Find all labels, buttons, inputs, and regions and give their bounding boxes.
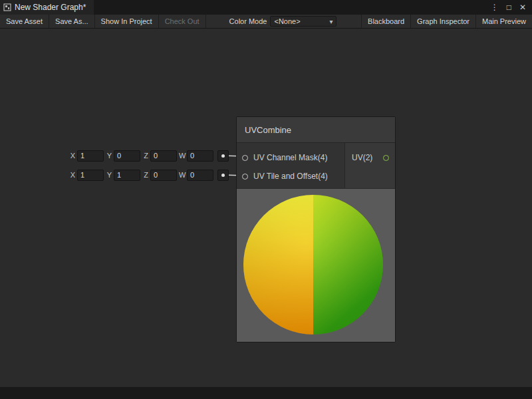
node-inputs: UV Channel Mask(4) UV Tile and Offset(4) (237, 143, 345, 188)
sphere-left-half (243, 195, 313, 334)
vector1-x-field[interactable]: 1 (77, 150, 104, 162)
vector2-w-field[interactable]: 0 (187, 170, 213, 181)
input-port-label: UV Tile and Offset(4) (253, 172, 328, 181)
graph-inspector-button[interactable]: Graph Inspector (410, 15, 475, 28)
axis-label-y: Y (106, 171, 112, 179)
tab-title: New Shader Graph* (15, 3, 86, 12)
output-port-uv[interactable] (383, 155, 389, 161)
node-uvcombine[interactable]: UVCombine UV Channel Mask(4) UV Tile and… (236, 116, 396, 342)
vector2-y-field[interactable]: 1 (114, 170, 140, 181)
input-row-uv-tile-offset: UV Tile and Offset(4) (237, 167, 344, 186)
node-header[interactable]: UVCombine (237, 117, 395, 143)
input-row-uv-channel-mask: UV Channel Mask(4) (237, 148, 344, 167)
bottom-bar (0, 387, 532, 399)
node-outputs: UV(2) (345, 143, 395, 188)
axis-label-x: X (69, 171, 75, 179)
node-preview (237, 188, 395, 342)
maximize-icon[interactable]: □ (504, 3, 514, 12)
color-mode-label: Color Mode (226, 15, 271, 28)
vector2-z-field[interactable]: 0 (150, 170, 177, 181)
kebab-menu-icon[interactable]: ⋮ (488, 3, 501, 12)
vector2-output-port[interactable] (217, 170, 229, 181)
port-dot-icon (221, 154, 225, 158)
input-port-uv-tile-offset[interactable] (242, 174, 248, 180)
port-dot-icon (221, 174, 225, 177)
main-preview-button[interactable]: Main Preview (475, 15, 532, 28)
tab-new-shader-graph[interactable]: New Shader Graph* (0, 0, 94, 15)
axis-label-w: W (179, 171, 185, 179)
toolbar: Save Asset Save As... Show In Project Ch… (0, 15, 532, 29)
axis-label-y: Y (106, 152, 112, 160)
titlebar: New Shader Graph* ⋮ □ ✕ (0, 0, 532, 15)
input-port-uv-channel-mask[interactable] (242, 155, 248, 161)
save-as-button[interactable]: Save As... (49, 15, 95, 28)
color-mode-dropdown[interactable]: <None> ▾ (270, 16, 336, 27)
check-out-button: Check Out (159, 15, 206, 28)
axis-label-z: Z (142, 171, 148, 179)
vector1-output-port[interactable] (217, 150, 229, 162)
close-icon[interactable]: ✕ (517, 3, 529, 12)
vector1-w-field[interactable]: 0 (187, 150, 213, 162)
vector4-input-row-2: X 1 Y 1 Z 0 W 0 (69, 169, 229, 181)
vector1-y-field[interactable]: 0 (114, 150, 140, 162)
vector1-z-field[interactable]: 0 (150, 150, 177, 162)
show-in-project-button[interactable]: Show In Project (95, 15, 159, 28)
chevron-down-icon: ▾ (329, 18, 332, 25)
vector2-x-field[interactable]: 1 (77, 170, 104, 181)
axis-label-z: Z (142, 152, 148, 160)
output-port-label: UV(2) (352, 153, 372, 162)
sphere-right-half (313, 195, 383, 334)
vector4-input-row-1: X 1 Y 0 Z 0 W 0 (69, 150, 229, 162)
axis-label-w: W (179, 152, 185, 160)
preview-sphere (243, 195, 383, 334)
input-port-label: UV Channel Mask(4) (253, 153, 327, 162)
color-mode-value: <None> (274, 17, 300, 25)
blackboard-button[interactable]: Blackboard (361, 15, 410, 28)
node-body: UV Channel Mask(4) UV Tile and Offset(4)… (237, 143, 395, 188)
node-title: UVCombine (245, 125, 291, 135)
shader-graph-icon (3, 3, 11, 11)
axis-label-x: X (69, 152, 75, 160)
save-asset-button[interactable]: Save Asset (0, 15, 49, 28)
